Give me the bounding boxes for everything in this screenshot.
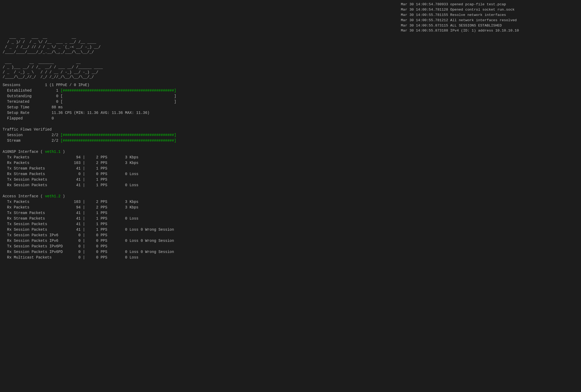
- access-row-7: Rx Session Packets IPv6 0 | 0 PPS 0 Loss…: [3, 239, 174, 243]
- access-row-2: Tx Stream Packets 41 | 1 PPS: [3, 211, 114, 215]
- log-entry: Mar 30 14:00:55.781155 Resolve network i…: [401, 13, 576, 18]
- ascii-art-pre: ___ __ ___ __ __ / _ )/ / / _ \/ /__ ___…: [3, 35, 578, 80]
- log-entry: Mar 30 14:00:55.873115 ALL SESSIONS ESTA…: [401, 23, 576, 28]
- traffic-flows-stream: Stream 2/2 [############################…: [3, 139, 176, 143]
- a10nsp-row-4: Tx Session Packets 41 | 1 PPS: [3, 177, 114, 182]
- access-row-5: Rx Session Packets 41 | 1 PPS 0 Loss 0 W…: [3, 228, 174, 232]
- access-row-3: Rx Stream Packets 41 | 1 PPS 0 Loss: [3, 216, 138, 221]
- sessions-terminated: Terminated 0 [ ]: [3, 100, 176, 104]
- traffic-flows-title: Traffic Flows Verified: [3, 127, 52, 132]
- log-panel: Mar 30 14:00:54.780933 opened pcap-file …: [398, 2, 578, 34]
- main-content: ___ __ ___ __ __ / _ )/ / / _ \/ /__ ___…: [0, 35, 581, 392]
- log-entry: Mar 30 14:00:55.781212 All network inter…: [401, 18, 576, 23]
- sessions-established: Established 1 [#########################…: [3, 88, 176, 93]
- a10nsp-row-5: Rx Session Packets 41 | 1 PPS 0 Loss: [3, 183, 138, 187]
- setup-time: Setup Time 88 ms: [3, 105, 63, 109]
- access-row-0: Tx Packets 103 | 2 PPS 3 Kbps: [3, 200, 138, 204]
- terminal-screen: Mar 30 14:00:54.780933 opened pcap-file …: [0, 0, 581, 392]
- flapped: Flapped 0: [3, 116, 54, 121]
- a10nsp-row-1: Rx Packets 103 | 2 PPS 3 Kbps: [3, 161, 138, 165]
- stats-section: Sessions 1 (1 PPPoE / 0 IPoE) Establishe…: [3, 82, 578, 260]
- access-row-6: Tx Session Packets IPv6 0 | 0 PPS: [3, 233, 114, 237]
- access-row-10: Rx Multicast Packets 0 | 0 PPS 0 Loss: [3, 255, 138, 260]
- sessions-outstanding: Outstanding 0 [ ]: [3, 94, 176, 98]
- access-row-4: Tx Session Packets 41 | 1 PPS: [3, 222, 114, 226]
- a10nsp-row-2: Tx Stream Packets 41 | 1 PPS: [3, 166, 114, 171]
- a10nsp-title: A10NSP Interface ( veth1.1 ): [3, 150, 65, 154]
- access-row-1: Rx Packets 94 | 2 PPS 3 Kbps: [3, 205, 138, 210]
- ascii-art: ___ __ ___ __ __ / _ )/ / / _ \/ /__ ___…: [3, 35, 578, 80]
- top-bar: Mar 30 14:00:54.780933 opened pcap-file …: [0, 2, 581, 34]
- log-entry: Mar 30 14:00:54.780933 opened pcap-file …: [401, 2, 576, 7]
- access-row-9: Rx Session Packets IPv6PD 0 | 0 PPS 0 Lo…: [3, 250, 174, 254]
- log-entry: Mar 30 14:00:54.781128 Opened control so…: [401, 7, 576, 12]
- a10nsp-row-3: Rx Stream Packets 0 | 0 PPS 0 Loss: [3, 172, 138, 176]
- access-row-8: Tx Session Packets IPv6PD 0 | 0 PPS: [3, 244, 114, 248]
- left-panel: ___ __ ___ __ __ / _ )/ / / _ \/ /__ ___…: [0, 35, 581, 392]
- access-title: Access Interface ( veth1.2 ): [3, 194, 65, 198]
- a10nsp-row-0: Tx Packets 94 | 2 PPS 3 Kbps: [3, 155, 138, 159]
- traffic-flows-session: Session 2/2 [###########################…: [3, 133, 176, 137]
- sessions-title: Sessions 1 (1 PPPoE / 0 IPoE): [3, 83, 90, 87]
- setup-rate: Setup Rate 11.36 CPS (MIN: 11.36 AVG: 11…: [3, 111, 150, 115]
- log-entry: Mar 30 14:00:55.873188 IPv4 (ID: 1) addr…: [401, 28, 576, 33]
